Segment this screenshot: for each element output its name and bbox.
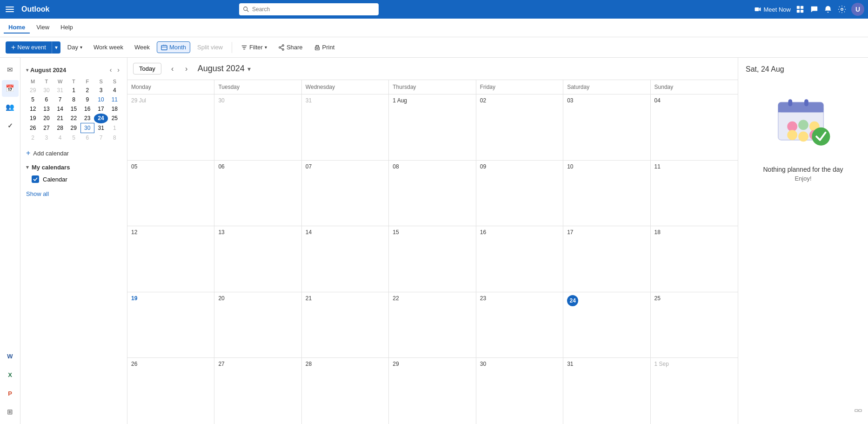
mini-cal-day[interactable]: 25 — [108, 114, 121, 123]
cal-cell[interactable]: 22 — [389, 292, 476, 358]
mini-cal-day[interactable]: 15 — [67, 104, 80, 114]
show-all-button[interactable]: Show all — [20, 188, 127, 199]
mini-cal-day[interactable]: 21 — [53, 114, 67, 123]
cal-cell[interactable]: 10 — [563, 161, 650, 226]
mini-cal-day[interactable]: 27 — [40, 123, 53, 133]
mini-cal-day[interactable]: 14 — [53, 104, 67, 114]
cal-cell[interactable]: 30 — [214, 94, 301, 160]
cal-cell[interactable]: 1 Sep — [651, 358, 738, 424]
cal-cell[interactable]: 13 — [214, 226, 301, 292]
cal-cell[interactable]: 16 — [476, 226, 563, 292]
tab-home[interactable]: Home — [4, 22, 30, 34]
tab-help[interactable]: Help — [56, 22, 78, 34]
day-view-button[interactable]: Day▾ — [63, 41, 87, 53]
split-view-button[interactable]: Split view — [193, 41, 227, 53]
mini-cal-day[interactable]: 2 — [80, 86, 94, 95]
mini-cal-day[interactable]: 9 — [80, 95, 94, 104]
cal-cell[interactable]: 31 — [563, 358, 650, 424]
mail-nav-icon[interactable]: ✉ — [2, 61, 19, 78]
week-view-button[interactable]: Week — [130, 41, 154, 53]
expand-panel-button[interactable] — [854, 409, 862, 418]
mini-cal-day[interactable]: 4 — [108, 86, 121, 95]
print-button[interactable]: Print — [310, 41, 339, 53]
search-bar[interactable] — [239, 3, 379, 15]
month-view-button[interactable]: Month — [157, 41, 190, 53]
mini-cal-day[interactable]: 16 — [80, 104, 94, 114]
calendar-nav-icon[interactable]: 📅 — [2, 80, 19, 97]
cal-cell[interactable]: 08 — [389, 161, 476, 226]
add-calendar-button[interactable]: + Add calendar — [20, 146, 127, 160]
mini-cal-day[interactable]: 1 — [67, 86, 80, 95]
cal-cell[interactable]: 15 — [389, 226, 476, 292]
cal-cell[interactable]: 11 — [651, 161, 738, 226]
cal-cell[interactable]: 05 — [127, 161, 214, 226]
cal-cell[interactable]: 25 — [651, 292, 738, 358]
mini-cal-day[interactable]: 5 — [67, 133, 80, 143]
cal-next-button[interactable]: › — [180, 62, 193, 75]
mini-cal-prev-button[interactable]: ‹ — [108, 65, 114, 74]
cal-cell[interactable]: 31 — [302, 94, 389, 160]
mini-cal-day[interactable]: 29 — [67, 123, 80, 133]
cal-cell[interactable]: 12 — [127, 226, 214, 292]
mini-cal-day[interactable]: 24 — [94, 114, 107, 123]
today-button[interactable]: Today — [133, 63, 161, 74]
mini-cal-day[interactable]: 5 — [26, 95, 40, 104]
cal-cell[interactable]: 09 — [476, 161, 563, 226]
cal-cell[interactable]: 21 — [302, 292, 389, 358]
cal-cell[interactable]: 18 — [651, 226, 738, 292]
mini-cal-day[interactable]: 22 — [67, 114, 80, 123]
new-event-button[interactable]: + New event — [6, 41, 52, 54]
mini-cal-day[interactable]: 2 — [26, 133, 40, 143]
cal-cell[interactable]: 23 — [476, 292, 563, 358]
work-week-view-button[interactable]: Work week — [89, 41, 127, 53]
search-input[interactable] — [252, 6, 375, 13]
cal-cell[interactable]: 30 — [476, 358, 563, 424]
mini-cal-day[interactable]: 7 — [94, 133, 107, 143]
mini-cal-day[interactable]: 4 — [53, 133, 67, 143]
mini-cal-day[interactable]: 6 — [40, 95, 53, 104]
mini-cal-next-button[interactable]: › — [115, 65, 121, 74]
mini-cal-day[interactable]: 3 — [94, 86, 107, 95]
cal-cell[interactable]: 19 — [127, 292, 214, 358]
mini-cal-day[interactable]: 3 — [40, 133, 53, 143]
cal-cell[interactable]: 03 — [563, 94, 650, 160]
cal-cell[interactable]: 26 — [127, 358, 214, 424]
cal-cell[interactable]: 02 — [476, 94, 563, 160]
contacts-nav-icon[interactable]: 👥 — [2, 99, 19, 115]
mini-cal-day[interactable]: 31 — [53, 86, 67, 95]
cal-cell[interactable]: 29 Jul — [127, 94, 214, 160]
cal-cell[interactable]: 14 — [302, 226, 389, 292]
cal-cell[interactable]: 20 — [214, 292, 301, 358]
cal-prev-button[interactable]: ‹ — [166, 62, 179, 75]
mini-cal-day[interactable]: 11 — [108, 95, 121, 104]
share-button[interactable]: Share — [274, 41, 307, 53]
my-calendars-header[interactable]: ▾ My calendars — [26, 164, 121, 171]
cal-cell[interactable]: 17 — [563, 226, 650, 292]
cal-cell[interactable]: 06 — [214, 161, 301, 226]
tasks-nav-icon[interactable]: ✓ — [2, 117, 19, 134]
mini-cal-day[interactable]: 17 — [94, 104, 107, 114]
notification-bell-icon[interactable] — [823, 5, 833, 14]
mini-cal-day[interactable]: 28 — [53, 123, 67, 133]
apps-nav-icon[interactable]: ⊞ — [2, 404, 19, 420]
mini-cal-day[interactable]: 6 — [80, 133, 94, 143]
cal-cell[interactable]: 27 — [214, 358, 301, 424]
excel-nav-icon[interactable]: X — [2, 366, 19, 383]
comment-icon[interactable] — [809, 5, 819, 14]
mini-cal-day[interactable]: 23 — [80, 114, 94, 123]
cal-cell[interactable]: 29 — [389, 358, 476, 424]
cal-cell[interactable]: 24 — [563, 292, 650, 358]
calendar-item-calendar[interactable]: Calendar — [26, 174, 121, 185]
mini-cal-day[interactable]: 13 — [40, 104, 53, 114]
cal-month-title[interactable]: August 2024 ▾ — [198, 64, 251, 74]
calendar-checkbox[interactable] — [32, 175, 39, 183]
mini-cal-day[interactable]: 29 — [26, 86, 40, 95]
mini-cal-day[interactable]: 20 — [40, 114, 53, 123]
meet-now-button[interactable]: Meet Now — [754, 6, 791, 13]
tab-view[interactable]: View — [32, 22, 54, 34]
mini-cal-day[interactable]: 10 — [94, 95, 107, 104]
new-event-dropdown-button[interactable]: ▾ — [52, 41, 60, 54]
mini-cal-day[interactable]: 30 — [80, 123, 94, 133]
word-nav-icon[interactable]: W — [2, 348, 19, 364]
mini-cal-day[interactable]: 12 — [26, 104, 40, 114]
